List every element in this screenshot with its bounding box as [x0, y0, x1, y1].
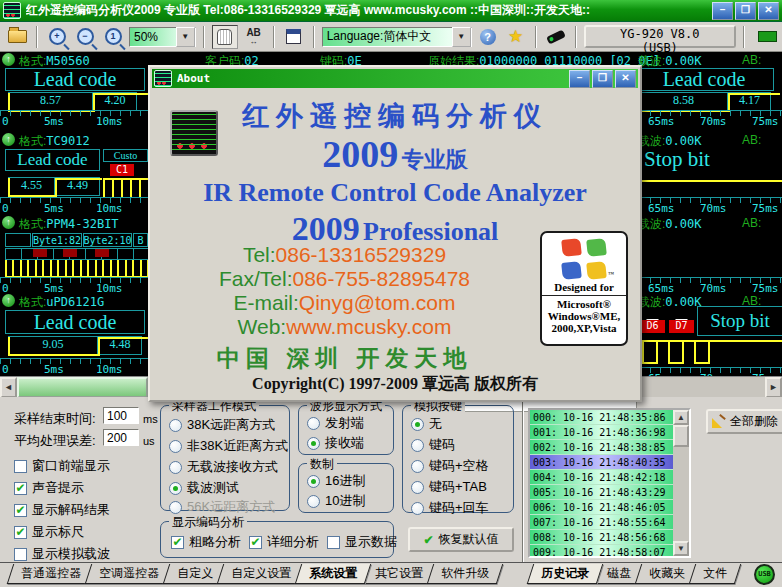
close-button[interactable]: [758, 2, 779, 20]
favorites-button[interactable]: [504, 26, 528, 48]
help-button[interactable]: [476, 26, 500, 48]
time-axis: [0, 358, 148, 364]
toolbar-separator: [743, 26, 745, 48]
radio-keycode-tab[interactable]: 键码+TAB: [411, 478, 487, 496]
history-row[interactable]: 001: 10-16 21:48:36:98: [530, 425, 675, 440]
dialog-close-button[interactable]: [615, 70, 636, 88]
tab-other-settings[interactable]: 其它设置: [361, 564, 437, 584]
delete-all-button[interactable]: 全部删除: [706, 409, 782, 434]
bottom-tab-bar: 普通遥控器 空调遥控器 自定义 自定义设置 系统设置 其它设置 软件升级 历史记…: [0, 562, 782, 587]
designed-for-label: Designed for: [542, 281, 626, 296]
tab-software-upgrade[interactable]: 软件升级: [427, 564, 503, 584]
dropdown-arrow-icon[interactable]: [176, 27, 195, 47]
history-row[interactable]: 006: 10-16 21:48:46:05: [530, 500, 675, 515]
checkbox-sim-carrier[interactable]: 显示模拟载波: [14, 545, 110, 562]
zoom-level-select[interactable]: 50%: [129, 27, 196, 47]
history-scrollbar[interactable]: ▲ ▼: [673, 410, 689, 556]
radio-transmit-end[interactable]: 发射端: [307, 414, 364, 432]
custom-code-label: Custo: [114, 150, 137, 161]
maximize-button[interactable]: [735, 2, 756, 20]
toolbar-separator: [203, 26, 205, 48]
sample-time-label: 采样结束时间:: [14, 410, 96, 428]
radio-keycode-enter[interactable]: 键码+回车: [411, 499, 489, 517]
zoom-out-button[interactable]: −: [73, 26, 97, 48]
notes-button[interactable]: [282, 26, 306, 48]
up-arrow-icon[interactable]: [2, 294, 15, 307]
sample-time-input[interactable]: [103, 407, 139, 424]
up-arrow-icon[interactable]: [2, 133, 15, 146]
tab-normal-remote[interactable]: 普通遥控器: [7, 564, 95, 584]
checkbox-sound[interactable]: 声音提示: [14, 479, 84, 497]
signal-label-box: Lead code: [5, 68, 145, 91]
device-model-button[interactable]: YG-920 V8.0 (USB): [584, 25, 736, 48]
scroll-right-button[interactable]: ►: [765, 377, 782, 398]
zoom-in-icon: +: [49, 28, 66, 45]
measure-ab-button[interactable]: AB↔: [242, 26, 266, 48]
radio-none[interactable]: 无: [411, 415, 442, 433]
history-row[interactable]: 008: 10-16 21:48:56:68: [530, 530, 675, 545]
checkbox-icon: [14, 504, 27, 517]
checkbox-decode-result[interactable]: 显示解码结果: [14, 501, 110, 519]
tick-label: 0: [2, 115, 9, 128]
tab-custom-settings[interactable]: 自定义设置: [217, 564, 305, 584]
up-arrow-icon[interactable]: [2, 216, 15, 229]
restore-defaults-label: 恢复默认值: [439, 531, 499, 548]
format-label: 格式:uPD6121G: [19, 294, 104, 311]
radio-keycode[interactable]: 键码: [411, 436, 455, 454]
checkbox-front-window[interactable]: 窗口前端显示: [14, 457, 110, 475]
checkbox-detail-analysis[interactable]: 详细分析: [249, 533, 319, 551]
history-row[interactable]: 004: 10-16 21:48:42:18: [530, 470, 675, 485]
scrollbar-thumb[interactable]: [17, 377, 148, 398]
radio-carrier-test[interactable]: 载波测试: [169, 479, 239, 497]
left-tab-row: 普通遥控器 空调遥控器 自定义 自定义设置 系统设置 其它设置 软件升级: [14, 564, 500, 584]
minimize-button[interactable]: [712, 2, 733, 20]
tab-ac-remote[interactable]: 空调遥控器: [85, 564, 173, 584]
pan-tool-button[interactable]: [212, 25, 238, 49]
scroll-up-button[interactable]: ▲: [673, 410, 689, 425]
history-row[interactable]: 002: 10-16 21:48:38:85: [530, 440, 675, 455]
scroll-left-button[interactable]: ◄: [0, 377, 17, 398]
history-row[interactable]: 000: 10-16 21:48:35:86: [530, 410, 675, 425]
history-row[interactable]: 007: 10-16 21:48:55:64: [530, 515, 675, 530]
language-select[interactable]: Language:简体中文: [322, 27, 472, 47]
zoom-reset-button[interactable]: 1: [101, 26, 125, 48]
tick-label: 65ms: [648, 115, 675, 128]
tab-history[interactable]: 历史记录: [527, 564, 603, 584]
up-arrow-icon[interactable]: [2, 53, 15, 66]
radio-dec[interactable]: 10进制: [307, 492, 365, 510]
checkbox-rough-analysis[interactable]: 粗略分析: [171, 533, 241, 551]
history-list[interactable]: 000: 10-16 21:48:35:86 001: 10-16 21:48:…: [528, 408, 691, 558]
tab-system-settings[interactable]: 系统设置: [295, 564, 371, 584]
scroll-down-button[interactable]: ▼: [673, 541, 689, 556]
star-icon: [508, 28, 523, 45]
dropdown-arrow-icon[interactable]: [452, 27, 471, 47]
about-copyright: Copyright(C) 1997-2009 覃远高 版权所有: [152, 374, 638, 395]
dialog-maximize-button[interactable]: [592, 70, 613, 88]
history-row[interactable]: 005: 10-16 21:48:43:29: [530, 485, 675, 500]
remote-button[interactable]: [544, 26, 568, 48]
radio-hex[interactable]: 16进制: [307, 472, 365, 490]
time-axis: [0, 277, 148, 283]
byte-box: Byte2:10: [83, 233, 132, 247]
radio-no-carrier[interactable]: 无载波接收方式: [169, 458, 278, 476]
scrollbar-thumb[interactable]: [673, 425, 689, 447]
waveform-high-segment: [98, 337, 149, 356]
radio-non38k-near[interactable]: 非38K近距离方式: [169, 437, 288, 455]
radio-38k-far[interactable]: 38K远距离方式: [169, 416, 275, 434]
dialog-minimize-button[interactable]: [569, 70, 590, 88]
history-row[interactable]: 009: 10-16 21:48:58:07: [530, 545, 675, 558]
open-file-button[interactable]: [5, 26, 29, 48]
tick-label: 70ms: [700, 202, 727, 215]
radio-icon: [307, 437, 320, 450]
bit-marker: [63, 249, 77, 257]
history-row-selected[interactable]: 003: 10-16 21:48:40:35: [530, 455, 675, 470]
error-input[interactable]: [103, 429, 139, 446]
radio-receive-end[interactable]: 接收端: [307, 434, 364, 452]
tab-files[interactable]: 文件: [689, 564, 741, 584]
toolbar-separator: [273, 26, 275, 48]
checkbox-ruler[interactable]: 显示标尺: [14, 523, 84, 541]
checkbox-show-data[interactable]: 显示数据: [327, 533, 397, 551]
zoom-in-button[interactable]: +: [45, 26, 69, 48]
restore-defaults-button[interactable]: 恢复默认值: [408, 527, 514, 552]
radio-keycode-space[interactable]: 键码+空格: [411, 457, 489, 475]
